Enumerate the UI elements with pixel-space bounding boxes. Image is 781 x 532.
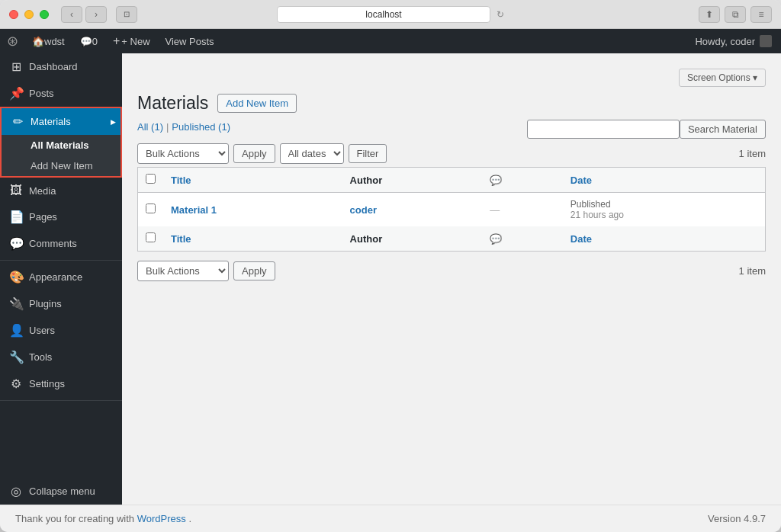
screen-options-button[interactable]: Screen Options ▾: [679, 69, 766, 87]
tfoot-title-link[interactable]: Title: [171, 233, 191, 245]
filter-published[interactable]: Published (1): [172, 121, 230, 133]
sidebar-divider-1: [0, 260, 122, 261]
refresh-icon[interactable]: ↻: [497, 9, 504, 20]
page-header: Materials Add New Item: [137, 93, 766, 114]
adminbar-view-posts-label: View Posts: [166, 36, 214, 47]
bulk-actions-select-top[interactable]: Bulk Actions: [137, 143, 229, 164]
adminbar-view-posts[interactable]: View Posts: [158, 29, 222, 53]
sidebar-add-new-item[interactable]: Add New Item: [2, 155, 121, 176]
footer-left: Thank you for creating with WordPress .: [15, 513, 191, 524]
sidebar-collapse-label: Collapse menu: [29, 486, 95, 497]
filter-all-label: All: [137, 121, 148, 133]
sidebar-item-appearance[interactable]: 🎨 Appearance: [0, 264, 122, 290]
url-input[interactable]: [277, 6, 490, 23]
sidebar-plugins-label: Plugins: [29, 298, 62, 309]
share-button[interactable]: ⬆: [699, 6, 720, 23]
wp-content: Screen Options ▾ Materials Add New Item …: [122, 53, 781, 505]
filter-all-count: (1): [151, 121, 163, 133]
th-author: Author: [342, 168, 483, 193]
sidebar-all-materials[interactable]: All Materials: [2, 135, 121, 155]
add-new-button[interactable]: Add New Item: [217, 94, 297, 113]
search-row: Search Material: [527, 120, 766, 139]
apply-button-bottom[interactable]: Apply: [233, 261, 275, 280]
sidebar-item-pages[interactable]: 📄 Pages: [0, 204, 122, 230]
item-count-bottom: 1 item: [739, 265, 766, 277]
comments-icon: 💬: [9, 236, 23, 251]
comments-col-icon: 💬: [490, 175, 502, 186]
th-date-link[interactable]: Date: [570, 175, 592, 186]
wp-main: ⊞ Dashboard 📌 Posts ✏ Materials All Mate…: [0, 53, 781, 505]
adminbar-howdy[interactable]: Howdy, coder: [686, 29, 781, 53]
sidebar-item-settings[interactable]: ⚙ Settings: [0, 370, 122, 397]
sidebar-item-media[interactable]: 🖼 Media: [0, 178, 122, 204]
row-author-link[interactable]: coder: [350, 204, 377, 216]
add-tab-button[interactable]: ⧉: [725, 6, 746, 23]
col-date-label-foot: Date: [570, 233, 592, 245]
select-all-checkbox[interactable]: [146, 174, 156, 184]
sidebar-appearance-label: Appearance: [29, 271, 82, 283]
add-new-label: Add New Item: [226, 98, 288, 109]
toolbar-top: Bulk Actions Apply All dates Filter 1 it…: [137, 143, 766, 164]
col-author-label-foot: Author: [350, 233, 383, 245]
close-button[interactable]: [9, 10, 18, 19]
footer-version: Version 4.9.7: [708, 513, 766, 524]
sidebar-item-dashboard[interactable]: ⊞ Dashboard: [0, 53, 122, 80]
col-title-label-foot: Title: [171, 233, 191, 245]
adminbar-site[interactable]: 🏠 wdst: [24, 29, 72, 53]
apply-label-top: Apply: [242, 148, 267, 159]
apply-button-top[interactable]: Apply: [233, 144, 275, 163]
maximize-button[interactable]: [40, 10, 49, 19]
sidebar-toggle-button[interactable]: ≡: [750, 6, 772, 23]
adminbar-new[interactable]: + + New: [105, 29, 158, 53]
row-checkbox-cell: [138, 193, 164, 227]
sidebar-collapse[interactable]: ◎ Collapse menu: [0, 478, 122, 505]
comments-col-icon-foot: 💬: [490, 233, 502, 245]
filter-count-row: All (1) | Published (1) Search Material: [137, 120, 766, 140]
back-button[interactable]: ‹: [61, 6, 82, 23]
dates-select[interactable]: All dates: [280, 143, 344, 164]
select-all-checkbox-bottom[interactable]: [146, 232, 156, 242]
tools-icon: 🔧: [9, 350, 23, 364]
minimize-button[interactable]: [24, 10, 34, 19]
sidebar-item-plugins[interactable]: 🔌 Plugins: [0, 290, 122, 317]
sidebar-item-comments[interactable]: 💬 Comments: [0, 230, 122, 257]
col-title-label: Title: [171, 175, 191, 186]
filter-button[interactable]: Filter: [349, 144, 387, 163]
th-title-link[interactable]: Title: [171, 175, 191, 186]
plus-icon: +: [113, 34, 120, 48]
site-name: wdst: [44, 36, 65, 47]
search-input[interactable]: [527, 120, 680, 139]
row-checkbox[interactable]: [146, 204, 156, 213]
tfoot-author: Author: [342, 226, 483, 252]
filter-label: Filter: [357, 148, 379, 159]
search-material-button[interactable]: Search Material: [680, 120, 766, 139]
bulk-actions-select-bottom[interactable]: Bulk Actions: [137, 261, 229, 281]
sidebar-item-materials[interactable]: ✏ Materials: [2, 108, 121, 135]
sidebar-tools-label: Tools: [29, 351, 52, 363]
sidebar-item-users[interactable]: 👤 Users: [0, 317, 122, 344]
filter-all[interactable]: All (1): [137, 121, 163, 133]
search-button-label: Search Material: [688, 123, 757, 135]
adminbar-comments[interactable]: 💬 0: [72, 29, 105, 53]
comments-icon: 💬: [80, 36, 92, 47]
sidebar-users-label: Users: [29, 325, 55, 336]
media-icon: 🖼: [9, 184, 23, 197]
toolbar-bottom: Bulk Actions Apply 1 item: [137, 261, 766, 281]
sidebar-item-tools[interactable]: 🔧 Tools: [0, 344, 122, 370]
col-author-label: Author: [350, 175, 383, 186]
footer-wordpress-link[interactable]: WordPress: [137, 513, 186, 524]
forward-button[interactable]: ›: [85, 6, 107, 23]
sidebar-item-posts[interactable]: 📌 Posts: [0, 80, 122, 107]
row-title-link[interactable]: Material 1: [171, 204, 217, 216]
sidebar-settings-label: Settings: [29, 378, 65, 389]
sidebar-media-label: Media: [29, 185, 56, 197]
post-status: Published: [570, 199, 757, 210]
tfoot-date-link[interactable]: Date: [570, 233, 592, 245]
sidebar-dashboard-label: Dashboard: [29, 61, 78, 72]
tab-button[interactable]: ⊡: [116, 6, 137, 23]
row-title-cell: Material 1: [163, 193, 342, 227]
wp-adminbar: ⊛ 🏠 wdst 💬 0 + + New View Posts Howdy, c…: [0, 29, 781, 53]
appearance-icon: 🎨: [9, 270, 23, 284]
wp-logo[interactable]: ⊛: [0, 29, 24, 53]
tfoot-date: Date: [563, 226, 766, 252]
